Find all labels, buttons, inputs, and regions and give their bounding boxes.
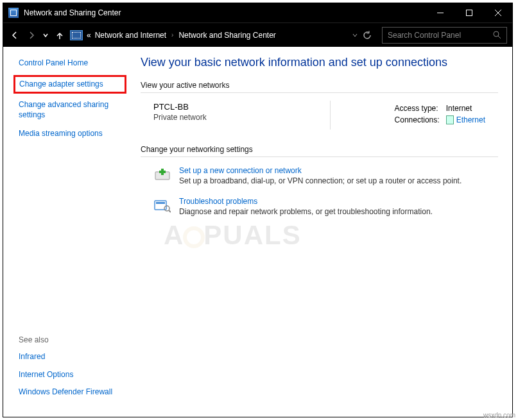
sidebar-adapter-link[interactable]: Change adapter settings [13, 75, 126, 94]
connections-label: Connections: [395, 115, 445, 126]
troubleshoot-link[interactable]: Troubleshoot problems [179, 197, 257, 206]
body: Control Panel Home Change adapter settin… [3, 47, 512, 417]
see-also-infrared[interactable]: Infrared [19, 352, 112, 362]
window-frame: Network and Sharing Center « Network and… [3, 3, 513, 417]
maximize-button[interactable] [454, 3, 483, 22]
change-settings-header: Change your networking settings [141, 145, 498, 154]
troubleshoot-icon [153, 197, 171, 215]
settings-list: Set up a new connection or network Set u… [153, 166, 498, 216]
breadcrumb-current[interactable]: Network and Sharing Center [178, 31, 275, 40]
minimize-button[interactable] [426, 3, 454, 22]
close-button[interactable] [483, 3, 512, 22]
search-placeholder: Search Control Panel [388, 31, 461, 40]
svg-rect-9 [159, 171, 166, 173]
search-icon [493, 31, 501, 39]
troubleshoot-desc: Diagnose and repair network problems, or… [179, 207, 433, 216]
sidebar-home-link[interactable]: Control Panel Home [19, 58, 124, 69]
watermark: APUALS [164, 220, 302, 251]
setup-connection-link[interactable]: Set up a new connection or network [179, 166, 302, 175]
see-also-inet-options[interactable]: Internet Options [19, 370, 112, 380]
access-type-value: Internet [446, 103, 490, 113]
setup-connection-icon [153, 166, 171, 184]
svg-rect-1 [466, 10, 472, 16]
network-name: PTCL-BB [153, 102, 207, 112]
breadcrumb-parent[interactable]: Network and Internet [95, 31, 166, 40]
search-input[interactable]: Search Control Panel [382, 27, 507, 44]
sidebar: Control Panel Home Change adapter settin… [3, 47, 132, 417]
footer-credit: wsxdn.com [483, 412, 515, 419]
see-also-section: See also Infrared Internet Options Windo… [19, 335, 112, 405]
back-button[interactable] [8, 29, 21, 42]
active-network-row: PTCL-BB Private network Access type: Int… [153, 102, 498, 127]
setup-connection-item: Set up a new connection or network Set u… [153, 166, 498, 185]
see-also-header: See also [19, 335, 112, 344]
chevron-right-icon: › [171, 31, 173, 38]
address-dropdown[interactable] [352, 31, 372, 40]
up-button[interactable] [53, 29, 66, 42]
vertical-divider [330, 101, 331, 130]
location-icon [70, 30, 83, 40]
see-also-firewall[interactable]: Windows Defender Firewall [19, 387, 112, 398]
forward-button[interactable] [25, 29, 38, 42]
svg-line-6 [498, 36, 501, 38]
breadcrumb-prefix: « [87, 31, 91, 40]
active-networks-header: View your active networks [141, 81, 498, 90]
main-panel: View your basic network information and … [132, 47, 512, 417]
connection-link[interactable]: Ethernet [456, 115, 485, 124]
divider [141, 92, 498, 93]
access-type-label: Access type: [395, 103, 445, 113]
app-icon [8, 8, 19, 18]
network-identity: PTCL-BB Private network [153, 102, 207, 127]
svg-point-5 [494, 31, 499, 37]
troubleshoot-item: Troubleshoot problems Diagnose and repai… [153, 197, 498, 216]
svg-rect-11 [156, 202, 165, 204]
svg-line-13 [169, 210, 171, 212]
sidebar-advanced-link[interactable]: Change advanced sharing settings [19, 100, 124, 120]
network-details: Access type: Internet Connections: Ether… [393, 102, 492, 127]
refresh-icon[interactable] [363, 31, 372, 40]
sidebar-media-link[interactable]: Media streaming options [19, 129, 124, 139]
titlebar: Network and Sharing Center [3, 3, 512, 22]
ethernet-icon [446, 115, 454, 124]
window-title: Network and Sharing Center [24, 8, 426, 17]
divider [141, 156, 498, 157]
recent-dropdown-icon[interactable] [42, 29, 49, 42]
page-title: View your basic network information and … [141, 56, 498, 69]
network-type: Private network [153, 113, 207, 122]
chevron-down-icon [352, 33, 358, 38]
setup-connection-desc: Set up a broadband, dial-up, or VPN conn… [179, 176, 462, 185]
navbar: « Network and Internet › Network and Sha… [3, 22, 512, 47]
